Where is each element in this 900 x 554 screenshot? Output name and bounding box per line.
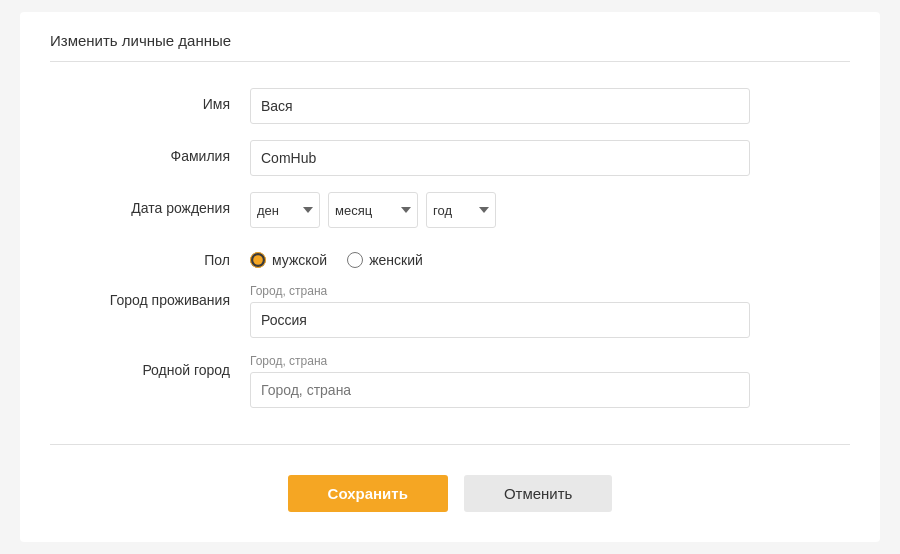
gender-row: Пол мужской женский <box>50 244 850 268</box>
first-name-wrapper <box>250 88 750 124</box>
last-name-wrapper <box>250 140 750 176</box>
gender-female-text: женский <box>369 252 423 268</box>
gender-male-radio[interactable] <box>250 252 266 268</box>
form-body: Имя Фамилия Дата рождения ден месяц <box>50 78 850 434</box>
city-wrapper: Город, страна <box>250 284 750 338</box>
gender-label: Пол <box>50 244 250 268</box>
month-select[interactable]: месяц <box>328 192 418 228</box>
form-title: Изменить личные данные <box>50 32 850 62</box>
hometown-wrapper: Город, страна <box>250 354 750 408</box>
form-footer: Сохранить Отменить <box>50 465 850 512</box>
form-container: Изменить личные данные Имя Фамилия Дата … <box>20 12 880 542</box>
gender-wrapper: мужской женский <box>250 244 750 268</box>
birth-date-row: Дата рождения ден месяц год <box>50 192 850 228</box>
city-label: Город проживания <box>50 284 250 308</box>
gender-male-text: мужской <box>272 252 327 268</box>
last-name-input[interactable] <box>250 140 750 176</box>
city-row: Город проживания Город, страна <box>50 284 850 338</box>
city-hint: Город, страна <box>250 284 750 298</box>
form-divider <box>50 444 850 445</box>
save-button[interactable]: Сохранить <box>288 475 448 512</box>
year-select[interactable]: год <box>426 192 496 228</box>
city-input[interactable] <box>250 302 750 338</box>
birth-date-label: Дата рождения <box>50 192 250 216</box>
hometown-hint: Город, страна <box>250 354 750 368</box>
birth-date-wrapper: ден месяц год <box>250 192 750 228</box>
first-name-row: Имя <box>50 88 850 124</box>
date-row: ден месяц год <box>250 192 750 228</box>
cancel-button[interactable]: Отменить <box>464 475 613 512</box>
day-select[interactable]: ден <box>250 192 320 228</box>
last-name-label: Фамилия <box>50 140 250 164</box>
last-name-row: Фамилия <box>50 140 850 176</box>
hometown-row: Родной город Город, страна <box>50 354 850 408</box>
gender-male-label[interactable]: мужской <box>250 252 327 268</box>
gender-radio-group: мужской женский <box>250 244 750 268</box>
first-name-input[interactable] <box>250 88 750 124</box>
gender-female-radio[interactable] <box>347 252 363 268</box>
hometown-input[interactable] <box>250 372 750 408</box>
hometown-label: Родной город <box>50 354 250 378</box>
first-name-label: Имя <box>50 88 250 112</box>
gender-female-label[interactable]: женский <box>347 252 423 268</box>
